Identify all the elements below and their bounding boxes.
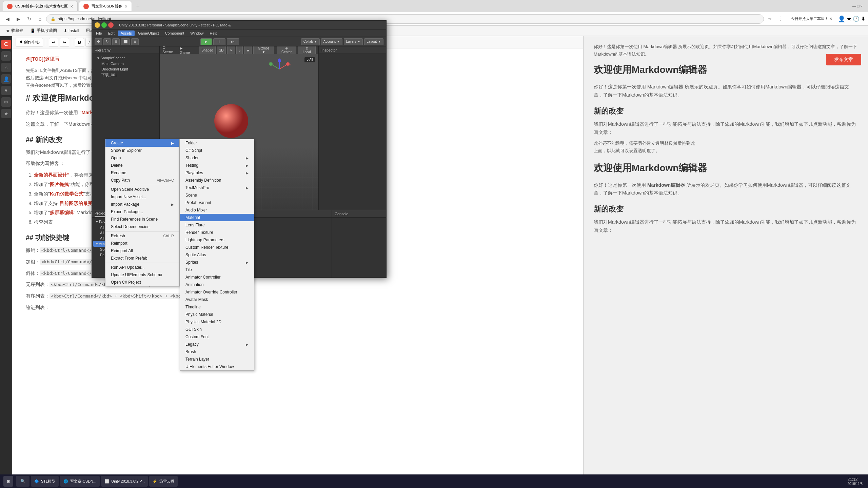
ctx-update-ui[interactable]: Update UIElements Schema xyxy=(105,271,179,279)
unity-tool-rect[interactable]: ⬜ xyxy=(121,38,130,45)
redo-btn[interactable]: ↪ xyxy=(60,38,69,47)
ctx-reimport[interactable]: Reimport xyxy=(105,240,179,247)
refresh-button[interactable]: ↻ xyxy=(24,14,34,24)
sub-terrain-layer[interactable]: Terrain Layer xyxy=(180,355,254,363)
sub-csharp[interactable]: C# Script xyxy=(180,147,254,154)
scene-2d-btn[interactable]: 2D xyxy=(217,46,226,55)
sub-gui-skin[interactable]: GUI Skin xyxy=(180,326,254,333)
publish-button[interactable]: 发布文章 xyxy=(826,54,861,65)
bookmark-icon[interactable]: ★ xyxy=(847,16,851,22)
ctx-export-package[interactable]: Export Package... xyxy=(105,208,179,216)
sidebar-icon-message[interactable]: ✉ xyxy=(1,97,11,107)
sub-lens-flare[interactable]: Lens Flare xyxy=(180,221,254,229)
forward-button[interactable]: ▶ xyxy=(14,14,23,24)
bookmark-favorites[interactable]: ★ 收藏夹 xyxy=(3,27,26,34)
sub-physics-2d[interactable]: Physics Material 2D xyxy=(180,318,254,326)
unity-menu-help[interactable]: Help xyxy=(207,30,220,36)
unity-account-btn[interactable]: Account ▼ xyxy=(321,38,342,45)
sub-animator-override[interactable]: Animator Override Controller xyxy=(180,288,254,296)
ctx-delete[interactable]: Delete xyxy=(105,162,179,169)
hierarchy-item-light[interactable]: Directional Light xyxy=(93,66,158,72)
ctx-show-explorer[interactable]: Show in Explorer xyxy=(105,147,179,154)
taskbar-unity-btn[interactable]: ⬜ Unity 2018.3.0f2 P... xyxy=(101,476,148,487)
unity-layers-btn[interactable]: Layers ▼ xyxy=(344,38,363,45)
unity-layout-btn[interactable]: Layout ▼ xyxy=(364,38,383,45)
unity-play-btn[interactable]: ▶ xyxy=(200,38,212,45)
hierarchy-item-scene[interactable]: ▾ SampleScene* xyxy=(93,55,158,61)
unity-tool-scale[interactable]: ⊞ xyxy=(112,38,120,45)
sub-sprites[interactable]: Sprites ▶ xyxy=(180,259,254,266)
unity-menu-edit[interactable]: Edit xyxy=(105,30,117,36)
ctx-open[interactable]: Open xyxy=(105,154,179,162)
sidebar-icon-star[interactable]: ★ xyxy=(1,109,11,118)
sidebar-icon-heart[interactable]: ♥ xyxy=(1,86,11,95)
tab-1-close[interactable]: × xyxy=(71,4,73,9)
ctx-copy-path[interactable]: Copy Path Alt+Ctrl+C xyxy=(105,177,179,184)
unity-collab-btn[interactable]: Collab ▼ xyxy=(301,38,320,45)
unity-tool-transform[interactable]: ⊕ xyxy=(131,38,139,45)
menu-button[interactable]: ⋮ xyxy=(776,14,786,24)
unity-menu-gameobject[interactable]: GameObject xyxy=(135,30,162,36)
download-icon[interactable]: ⬇ xyxy=(861,16,865,22)
sub-physic-material[interactable]: Physic Material xyxy=(180,311,254,318)
sub-animator-ctrl[interactable]: Animator Controller xyxy=(180,273,254,281)
unity-close-btn[interactable] xyxy=(108,22,114,28)
ctx-import-package[interactable]: Import Package ▶ xyxy=(105,201,179,208)
taskbar-write-btn[interactable]: 🌐 写文章-CSDN... xyxy=(60,476,100,487)
game-tab[interactable]: ▶ Game xyxy=(180,46,194,55)
sidebar-icon-user[interactable]: 👤 xyxy=(1,74,11,84)
hierarchy-item-model[interactable]: 下装_001 xyxy=(93,72,158,78)
sub-prefab-variant[interactable]: Prefab Variant xyxy=(180,199,254,206)
sub-material[interactable]: Material xyxy=(180,214,254,221)
sub-render-texture[interactable]: Render Texture xyxy=(180,229,254,236)
back-button[interactable]: ◀ xyxy=(3,14,12,24)
scene-gizmos-btn[interactable]: Gizmos ▼ xyxy=(253,46,274,55)
project-tab[interactable]: Project xyxy=(95,211,106,217)
unity-pause-btn[interactable]: ⏸ xyxy=(213,38,225,45)
scene-local-btn[interactable]: ⊘ Local xyxy=(298,46,316,55)
unity-minimize-btn[interactable] xyxy=(95,22,100,28)
sub-scene[interactable]: Scene xyxy=(180,191,254,199)
sidebar-icon-home[interactable]: ⌂ xyxy=(1,63,11,72)
ctx-create[interactable]: Create ▶ xyxy=(105,139,179,147)
taskbar-stl-btn[interactable]: 🔷 STL模型 xyxy=(31,476,59,487)
sub-lightmap-params[interactable]: Lightmap Parameters xyxy=(180,236,254,244)
sub-legacy[interactable]: Legacy ▶ xyxy=(180,341,254,348)
ctx-select-deps[interactable]: Select Dependencies xyxy=(105,223,179,230)
creation-center-btn[interactable]: ◀ 创作中心 xyxy=(16,38,43,47)
browser-tab-2[interactable]: 写文章-CSDN博客 × xyxy=(79,1,132,11)
sub-timeline[interactable]: Timeline xyxy=(180,303,254,311)
sidebar-icon-csdn[interactable]: C xyxy=(1,40,11,49)
unity-step-btn[interactable]: ⏭ xyxy=(227,38,239,45)
unity-maximize-btn[interactable] xyxy=(101,22,107,28)
sub-brush[interactable]: Brush xyxy=(180,348,254,355)
hierarchy-item-camera[interactable]: Main Camera xyxy=(93,61,158,66)
extensions-button[interactable]: ☆ xyxy=(765,14,775,24)
unity-tool-translate[interactable]: ✥ xyxy=(95,38,102,45)
sub-sprite-atlas[interactable]: Sprite Atlas xyxy=(180,251,254,259)
sub-custom-render[interactable]: Custom Render Texture xyxy=(180,244,254,251)
ctx-import-new[interactable]: Import New Asset... xyxy=(105,193,179,201)
ctx-reimport-all[interactable]: Reimport All xyxy=(105,247,179,255)
ctx-open-csharp[interactable]: Open C# Project xyxy=(105,279,179,286)
new-tab-button[interactable]: + xyxy=(133,1,143,11)
sub-custom-font[interactable]: Custom Font xyxy=(180,333,254,341)
ctx-rename[interactable]: Rename xyxy=(105,169,179,177)
sub-shader[interactable]: Shader ▶ xyxy=(180,154,254,162)
bookmark-mobile[interactable]: 📱 手机收藏图 xyxy=(27,27,60,34)
ctx-run-api[interactable]: Run API Updater... xyxy=(105,263,179,271)
unity-menu-file[interactable]: File xyxy=(93,30,105,36)
ctx-refresh[interactable]: Refresh Ctrl+R xyxy=(105,231,179,240)
sub-uielements[interactable]: UIElements Editor Window xyxy=(180,363,254,370)
sub-audio-mixer[interactable]: Audio Mixer xyxy=(180,206,254,214)
undo-btn[interactable]: ↩ xyxy=(49,38,58,47)
sub-playables[interactable]: Playables ▶ xyxy=(180,169,254,177)
scene-shaded-btn[interactable]: Shaded xyxy=(199,46,215,55)
taskbar-cortana[interactable]: 🔍 xyxy=(16,476,29,487)
scene-audio-btn[interactable]: ♪ xyxy=(236,46,243,55)
sidebar-icon-edit[interactable]: ✏ xyxy=(1,51,11,61)
ctx-open-scene-additive[interactable]: Open Scene Additive xyxy=(105,185,179,193)
sub-textmeshpro[interactable]: TextMeshPro ▶ xyxy=(180,184,254,191)
sub-animation[interactable]: Animation xyxy=(180,281,254,288)
user-avatar-icon[interactable]: 👤 xyxy=(838,15,845,23)
